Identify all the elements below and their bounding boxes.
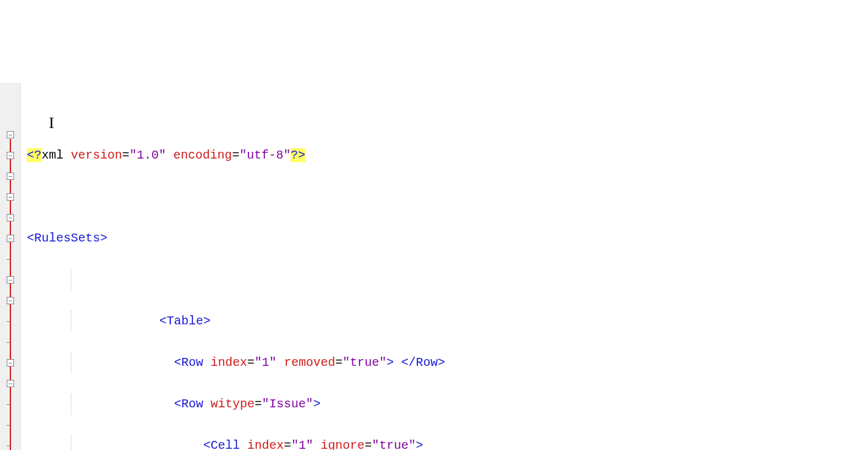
fold-gutter <box>0 83 21 450</box>
code-line[interactable]: <Row witype="Issue"> <box>27 394 868 415</box>
code-editor[interactable]: I <?xml version="1.0" encoding="utf-8"?>… <box>0 83 868 450</box>
fold-toggle[interactable] <box>7 276 14 284</box>
code-line[interactable]: <Cell index="1" ignore="true"> <box>27 435 868 450</box>
fold-toggle[interactable] <box>7 193 14 201</box>
code-line[interactable]: <?xml version="1.0" encoding="utf-8"?> <box>27 145 868 166</box>
fold-toggle[interactable] <box>7 235 14 242</box>
code-area[interactable]: I <?xml version="1.0" encoding="utf-8"?>… <box>21 83 868 450</box>
code-line[interactable]: <Row index="1" removed="true"> </Row> <box>27 352 868 373</box>
fold-toggle[interactable] <box>7 152 14 159</box>
fold-toggle[interactable] <box>7 173 14 180</box>
code-line[interactable]: <Table> <box>27 311 868 332</box>
fold-toggle[interactable] <box>7 131 14 138</box>
fold-toggle[interactable] <box>7 359 14 366</box>
code-line[interactable]: <RulesSets> <box>27 228 868 249</box>
text-cursor-icon: I <box>49 110 54 137</box>
fold-toggle[interactable] <box>7 297 14 304</box>
code-line[interactable] <box>27 187 868 207</box>
code-line[interactable] <box>27 270 868 290</box>
fold-toggle[interactable] <box>7 380 14 387</box>
fold-toggle[interactable] <box>7 214 14 221</box>
